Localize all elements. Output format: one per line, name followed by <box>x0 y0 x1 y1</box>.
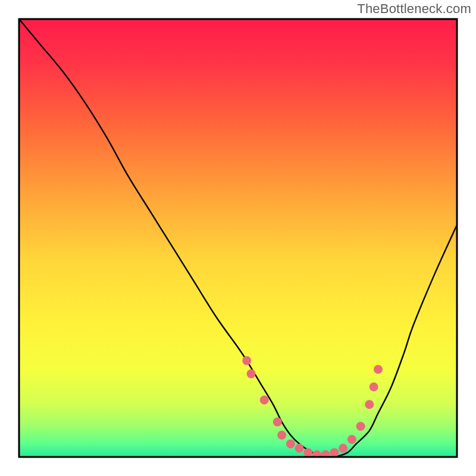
curve-marker <box>321 450 330 459</box>
curve-marker <box>260 396 269 405</box>
curve-marker <box>277 431 286 440</box>
bottleneck-chart <box>0 0 476 476</box>
curve-marker <box>303 448 312 457</box>
curve-marker <box>273 418 282 427</box>
watermark-text: TheBottleneck.com <box>357 1 471 17</box>
curve-marker <box>295 444 304 453</box>
gradient-background <box>19 19 457 457</box>
curve-marker <box>312 450 321 459</box>
curve-marker <box>247 369 256 378</box>
curve-marker <box>339 444 347 453</box>
curve-marker <box>330 448 339 457</box>
chart-container: TheBottleneck.com <box>0 0 476 476</box>
curve-marker <box>242 356 251 365</box>
curve-marker <box>369 383 378 392</box>
curve-marker <box>365 400 374 409</box>
curve-marker <box>374 365 383 374</box>
curve-marker <box>347 435 356 444</box>
curve-marker <box>356 422 365 431</box>
curve-marker <box>286 439 295 448</box>
